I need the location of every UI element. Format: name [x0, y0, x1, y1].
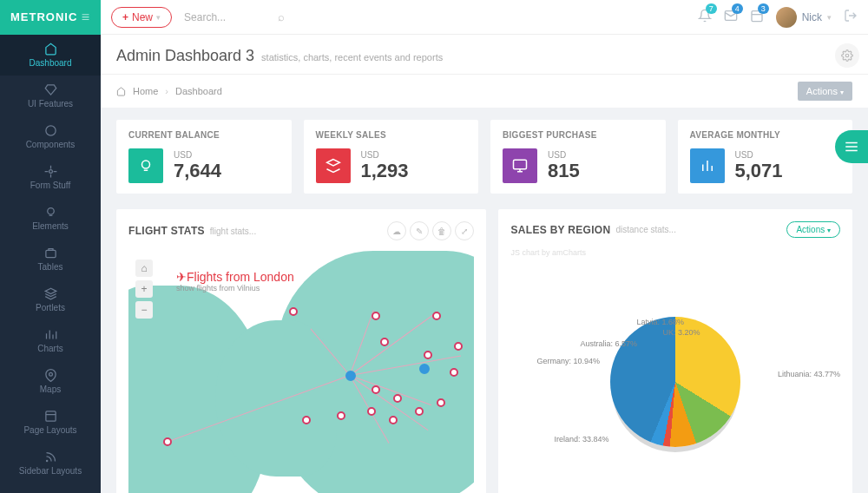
- flight-link[interactable]: show flights from Vilnius: [176, 284, 294, 293]
- pie-label-australia: Australia: 6.57%: [580, 339, 637, 348]
- gear-icon: [841, 49, 853, 62]
- layout-icon: [44, 410, 57, 423]
- expand-icon[interactable]: ⤢: [455, 221, 474, 240]
- panel-actions-button[interactable]: Actions ▾: [786, 221, 840, 238]
- pie-label-ireland: Ireland: 33.84%: [554, 435, 608, 444]
- bar-chart-icon: [690, 148, 725, 183]
- map-marker[interactable]: [389, 416, 398, 424]
- layers-icon: [44, 287, 57, 300]
- map-marker[interactable]: [415, 407, 424, 416]
- breadcrumb-home[interactable]: Home: [133, 86, 158, 96]
- map-marker[interactable]: [372, 312, 380, 320]
- svg-rect-7: [45, 411, 55, 421]
- sidebar-item-portlets[interactable]: Portlets: [0, 279, 101, 320]
- map-marker[interactable]: [380, 338, 389, 346]
- map-zoom-out[interactable]: −: [135, 301, 153, 319]
- sidebar-item-dashboard[interactable]: Dashboard: [0, 35, 101, 76]
- user-menu[interactable]: Nick ▾: [776, 7, 832, 28]
- stat-title: AVERAGE MONTHLY: [690, 130, 841, 140]
- panel-subtitle: distance stats...: [615, 225, 675, 234]
- stat-value: 815: [548, 160, 580, 182]
- stat-title: WEEKLY SALES: [316, 130, 467, 140]
- panel-title: SALES BY REGION: [510, 224, 610, 236]
- stat-currency: USD: [548, 150, 580, 160]
- stat-average-monthly[interactable]: AVERAGE MONTHLY USD5,071: [678, 120, 853, 194]
- briefcase-icon: [44, 246, 57, 260]
- stat-weekly-sales[interactable]: WEEKLY SALES USD1,293: [304, 120, 479, 194]
- logout-icon[interactable]: [844, 9, 858, 25]
- fab-button[interactable]: [835, 130, 868, 163]
- sidebar-item-ui-features[interactable]: UI Features: [0, 76, 101, 116]
- search-input[interactable]: Search... ⌕: [184, 10, 698, 23]
- notification-tasks[interactable]: 3: [750, 9, 764, 25]
- sidebar-item-page-layouts[interactable]: Page Layouts: [0, 402, 101, 443]
- stat-current-balance[interactable]: CURRENT BALANCE USD7,644: [116, 120, 292, 194]
- map-marker[interactable]: [302, 416, 311, 424]
- map-marker-hub[interactable]: [345, 371, 356, 381]
- menu-toggle-icon[interactable]: ≡: [82, 10, 90, 25]
- map-marker[interactable]: [450, 368, 458, 377]
- sidebar-item-form-stuff[interactable]: Form Stuff: [0, 157, 101, 198]
- breadcrumb-separator: ›: [165, 86, 168, 96]
- stat-title: BIGGEST PURCHASE: [503, 130, 654, 140]
- chart-icon: [44, 328, 57, 341]
- mail-badge: 4: [732, 3, 743, 14]
- map-home-icon[interactable]: ⌂: [135, 260, 153, 277]
- pie-label-uk: UK: 3.20%: [662, 328, 700, 337]
- notification-bell[interactable]: 7: [698, 9, 712, 25]
- bulb-icon: [128, 148, 163, 183]
- monitor-icon: [503, 148, 537, 183]
- actions-button[interactable]: Actions ▾: [798, 82, 852, 101]
- map-marker-hub[interactable]: [419, 364, 430, 374]
- diamond-icon: [44, 83, 57, 96]
- sidebar-item-elements[interactable]: Elements: [0, 198, 101, 239]
- chart-note: JS chart by amCharts: [510, 248, 840, 257]
- map-marker[interactable]: [163, 437, 172, 446]
- tasks-badge: 3: [758, 3, 769, 14]
- map-marker[interactable]: [289, 307, 298, 316]
- menu-icon: [844, 139, 859, 154]
- sidebar-item-label: UI Features: [28, 99, 73, 108]
- map-marker[interactable]: [337, 411, 345, 420]
- chevron-down-icon: ▾: [827, 13, 832, 22]
- search-placeholder: Search...: [184, 11, 226, 23]
- bulb-icon: [44, 206, 57, 219]
- notification-mail[interactable]: 4: [724, 9, 738, 25]
- settings-button[interactable]: [835, 43, 859, 68]
- page-title: Admin Dashboard 3: [116, 47, 254, 65]
- trash-icon[interactable]: 🗑: [432, 221, 451, 240]
- stat-title: CURRENT BALANCE: [128, 130, 279, 140]
- sidebar-item-maps[interactable]: Maps: [0, 361, 101, 402]
- sidebar-item-components[interactable]: Components: [0, 116, 101, 157]
- new-button[interactable]: + New ▾: [111, 7, 172, 28]
- puzzle-icon: [44, 124, 57, 137]
- flight-map[interactable]: ⌂ + − ✈Flights from London show flights …: [128, 251, 474, 493]
- logo[interactable]: METRONIC ≡: [0, 0, 101, 35]
- cloud-icon[interactable]: ☁: [387, 221, 406, 240]
- search-icon[interactable]: ⌕: [278, 10, 285, 23]
- plus-icon: +: [122, 11, 128, 23]
- map-marker[interactable]: [432, 312, 441, 320]
- map-marker[interactable]: [367, 407, 376, 416]
- stat-biggest-purchase[interactable]: BIGGEST PURCHASE USD815: [490, 120, 666, 194]
- map-marker[interactable]: [454, 342, 463, 351]
- map-zoom-in[interactable]: +: [135, 280, 153, 298]
- avatar: [776, 7, 797, 28]
- svg-point-3: [49, 170, 52, 174]
- map-marker[interactable]: [424, 351, 432, 359]
- flight-heading: ✈Flights from London show flights from V…: [176, 270, 294, 293]
- sidebar-item-charts[interactable]: Charts: [0, 320, 101, 361]
- map-marker[interactable]: [437, 398, 445, 407]
- wrench-icon[interactable]: ✎: [410, 221, 429, 240]
- sidebar-item-tables[interactable]: Tables: [0, 239, 101, 279]
- sidebar: Dashboard UI Features Components Form St…: [0, 35, 101, 493]
- breadcrumb-current: Dashboard: [175, 86, 222, 96]
- sidebar-item-sidebar-layouts[interactable]: Sidebar Layouts: [0, 443, 101, 483]
- stat-value: 5,071: [735, 160, 783, 182]
- map-marker[interactable]: [393, 394, 402, 403]
- svg-rect-5: [45, 250, 55, 257]
- svg-point-9: [845, 54, 849, 57]
- svg-point-6: [49, 372, 52, 376]
- map-marker[interactable]: [372, 385, 380, 394]
- sidebar-item-label: Maps: [40, 385, 61, 394]
